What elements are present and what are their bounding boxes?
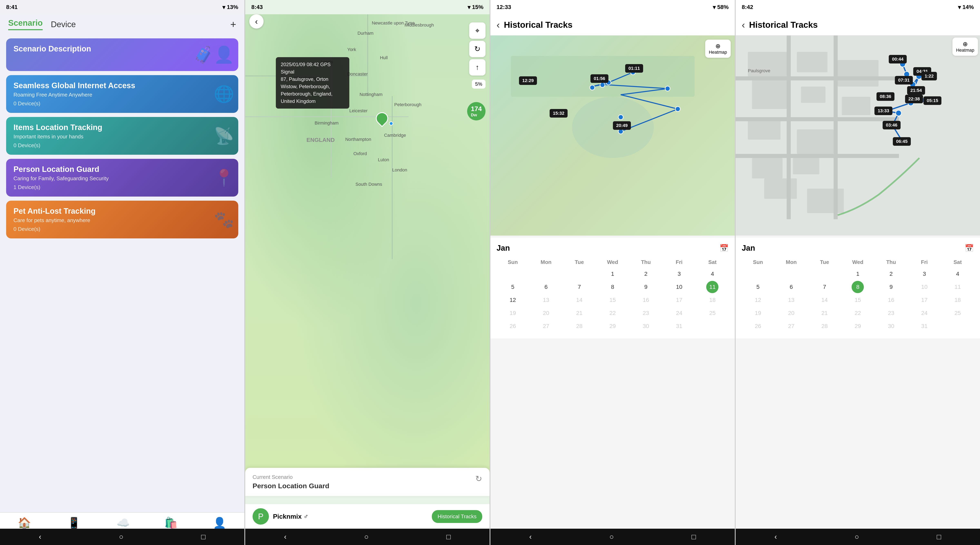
cal-day-20-3: 20 bbox=[530, 307, 562, 319]
back-button-4[interactable]: ‹ bbox=[742, 19, 745, 30]
cal-4-day-e2 bbox=[775, 268, 808, 280]
cal-day-11-3-selected[interactable]: 11 bbox=[706, 281, 719, 293]
tab-scenario[interactable]: Scenario bbox=[8, 18, 43, 30]
card-subtitle-pet: Care for pets anytime, anywhere bbox=[13, 217, 231, 224]
map-label-oxford: Oxford bbox=[353, 151, 367, 156]
map-view[interactable]: Newcastle upon Tyne Durham Middlesbrough… bbox=[245, 14, 490, 496]
cal-4-day-3[interactable]: 3 bbox=[908, 268, 940, 280]
cal-4-day-e-end bbox=[942, 320, 974, 332]
recent-gesture-4[interactable]: □ bbox=[937, 532, 941, 541]
cal-day-7-3[interactable]: 7 bbox=[563, 281, 595, 293]
map-ctrl-share[interactable]: ↑ bbox=[469, 59, 485, 76]
card-icon-person: 📍 bbox=[214, 168, 234, 187]
cal-4-day-5[interactable]: 5 bbox=[742, 281, 774, 293]
cal-day-31-3: 31 bbox=[663, 320, 695, 332]
map-label-durham: Durham bbox=[358, 31, 374, 36]
cal-4-day-7[interactable]: 7 bbox=[808, 281, 841, 293]
map-label-peterborough: Peterborough bbox=[394, 102, 422, 107]
cal-day-23-3: 23 bbox=[630, 307, 662, 319]
heatmap-button-4[interactable]: ⊕ Heatmap bbox=[953, 38, 978, 56]
cal-hdr-fri-4: Fri bbox=[908, 257, 940, 267]
cal-icon-3[interactable]: 📅 bbox=[719, 244, 729, 253]
cal-4-day-4[interactable]: 4 bbox=[942, 268, 974, 280]
cal-4-day-6[interactable]: 6 bbox=[775, 281, 808, 293]
back-button-3[interactable]: ‹ bbox=[496, 19, 500, 30]
recent-gesture-3[interactable]: □ bbox=[692, 532, 696, 541]
svg-point-4 bbox=[665, 86, 670, 91]
time-4: 8:42 bbox=[742, 4, 753, 10]
device-name-text: Picknmix bbox=[273, 513, 302, 520]
map-ctrl-refresh[interactable]: ↻ bbox=[469, 41, 485, 57]
back-gesture-3[interactable]: ‹ bbox=[529, 532, 531, 541]
cal-day-4-3[interactable]: 4 bbox=[696, 268, 729, 280]
cal-4-day-20: 20 bbox=[775, 307, 808, 319]
gender-icon: ♂ bbox=[303, 513, 308, 520]
cal-4-day-1[interactable]: 1 bbox=[842, 268, 874, 280]
home-gesture-3[interactable]: ○ bbox=[609, 532, 614, 541]
cal-4-day-16: 16 bbox=[875, 294, 907, 306]
cal-icon-4[interactable]: 📅 bbox=[965, 244, 974, 253]
cal-hdr-thu-4: Thu bbox=[875, 257, 907, 267]
map-ctrl-location[interactable]: ⌖ bbox=[469, 22, 485, 39]
card-subtitle-items: Important items in your hands bbox=[13, 133, 231, 140]
profile-icon-1: 👤 bbox=[213, 516, 226, 529]
cal-day-3-3[interactable]: 3 bbox=[663, 268, 695, 280]
cal-hdr-mon-4: Mon bbox=[775, 257, 808, 267]
bottom-panel-map: ↻ Current Scenario Person Location Guard bbox=[245, 468, 490, 496]
main-map-marker[interactable] bbox=[374, 110, 391, 127]
heatmap-label-3: Heatmap bbox=[709, 49, 727, 55]
historical-tracks-button[interactable]: Historical Tracks bbox=[432, 510, 482, 523]
refresh-icon[interactable]: ↻ bbox=[475, 474, 482, 483]
card-internet-access[interactable]: Seamless Global Internet Access Roaming … bbox=[6, 75, 238, 113]
map-tooltip: 2025/01/09 08:42 GPS Signal 87, Paulsgro… bbox=[276, 57, 349, 109]
track-point-2049: 20:49 bbox=[613, 121, 631, 130]
back-gesture-2[interactable]: ‹ bbox=[284, 532, 286, 541]
add-button[interactable]: + bbox=[230, 18, 236, 30]
cal-day-1-3[interactable]: 1 bbox=[597, 268, 629, 280]
battery-2: 15% bbox=[472, 4, 484, 10]
card-pet-tracking[interactable]: Pet Anti-Lost Tracking Care for pets any… bbox=[6, 201, 238, 238]
home-gesture-4[interactable]: ○ bbox=[854, 532, 859, 541]
card-icon-internet: 🌐 bbox=[214, 84, 234, 104]
map-label-england: ENGLAND bbox=[307, 137, 335, 143]
calendar-4: Jan 📅 Sun Mon Tue Wed Thu Fri Sat 1 2 3 … bbox=[736, 238, 980, 338]
home-gesture-2[interactable]: ○ bbox=[364, 532, 369, 541]
heatmap-button-3[interactable]: ⊕ Heatmap bbox=[705, 40, 731, 58]
home-gesture-1[interactable]: ○ bbox=[119, 532, 124, 541]
recent-gesture-1[interactable]: □ bbox=[201, 532, 205, 541]
tab-device[interactable]: Device bbox=[51, 20, 76, 29]
status-icons-3: ▾ 58% bbox=[713, 4, 729, 11]
cal-day-30-3: 30 bbox=[630, 320, 662, 332]
cal-4-day-8-selected[interactable]: 8 bbox=[851, 281, 864, 293]
card-person-guard[interactable]: Person Location Guard Caring for Family,… bbox=[6, 159, 238, 197]
svg-point-5 bbox=[618, 115, 623, 120]
battery-3: 58% bbox=[717, 4, 729, 10]
plans-icon: ☁️ bbox=[116, 516, 130, 529]
cal-day-9-3[interactable]: 9 bbox=[630, 281, 662, 293]
track-point-4-1333: 13:33 bbox=[875, 106, 892, 115]
cal-day-17-3: 17 bbox=[663, 294, 695, 306]
map-back-button[interactable]: ‹ bbox=[249, 14, 264, 29]
cal-day-5-3[interactable]: 5 bbox=[496, 281, 529, 293]
card-items-tracking[interactable]: Items Location Tracking Important items … bbox=[6, 117, 238, 155]
cal-day-10-3[interactable]: 10 bbox=[663, 281, 695, 293]
back-gesture-4[interactable]: ‹ bbox=[775, 532, 777, 541]
cal-4-day-2[interactable]: 2 bbox=[875, 268, 907, 280]
cal-day-15-3: 15 bbox=[597, 294, 629, 306]
card-count-items: 0 Device(s) bbox=[13, 142, 231, 149]
cal-day-12-3[interactable]: 12 bbox=[496, 294, 529, 306]
signal-badge: 5% bbox=[472, 79, 485, 89]
cal-day-2-3[interactable]: 2 bbox=[630, 268, 662, 280]
calendar-3: Jan 📅 Sun Mon Tue Wed Thu Fri Sat 1 2 3 … bbox=[490, 238, 735, 338]
recent-gesture-2[interactable]: □ bbox=[446, 532, 451, 541]
back-gesture-1[interactable]: ‹ bbox=[39, 532, 41, 541]
battery-1: 13% bbox=[227, 4, 238, 10]
cal-day-empty-end-3 bbox=[696, 320, 729, 332]
svg-point-6 bbox=[675, 106, 680, 111]
card-title-items: Items Location Tracking bbox=[13, 123, 231, 132]
cal-4-day-28: 28 bbox=[808, 320, 841, 332]
cal-day-8-3[interactable]: 8 bbox=[597, 281, 629, 293]
card-scenario-description[interactable]: Scenario Description 🧳👤 bbox=[6, 38, 238, 71]
cal-day-6-3[interactable]: 6 bbox=[530, 281, 562, 293]
cal-4-day-9[interactable]: 9 bbox=[875, 281, 907, 293]
